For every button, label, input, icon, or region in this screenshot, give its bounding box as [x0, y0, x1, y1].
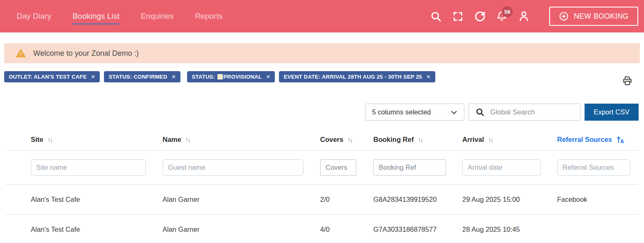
cell-site: Alan's Test Cafe — [6, 196, 163, 203]
column-label: Referral Sources — [557, 136, 612, 144]
sort-icon[interactable]: ↑↓ — [47, 136, 52, 143]
banner-message: Welcome to your Zonal Demo :) — [33, 49, 139, 58]
close-icon[interactable]: ✕ — [91, 74, 96, 80]
chevron-down-icon — [449, 108, 459, 117]
site-filter-input[interactable] — [31, 159, 146, 176]
welcome-banner: Welcome to your Zonal Demo :) — [4, 43, 640, 63]
notifications-icon[interactable]: 56 — [496, 10, 508, 22]
export-csv-button[interactable]: Export CSV — [585, 104, 639, 121]
main-menu: Day Diary Bookings List Enquiries Report… — [17, 12, 222, 21]
fullscreen-icon[interactable] — [452, 10, 464, 22]
column-header-booking-ref: Booking Ref ↑↓ — [373, 136, 462, 144]
new-booking-label: NEW BOOKING — [574, 12, 629, 21]
global-search-input[interactable] — [490, 108, 576, 117]
sort-icon[interactable]: ↑↓ — [185, 136, 190, 143]
bookings-table: Site ↑↓ Name ↑↓ Covers ↑↓ Booking Ref ↑↓… — [6, 129, 638, 243]
cell-arrival: 28 Aug 2025 10:45 — [462, 226, 557, 233]
arrival-date-filter-input[interactable] — [462, 159, 541, 176]
table-filter-row — [6, 151, 638, 185]
table-controls: 5 columns selected Export CSV — [0, 104, 639, 121]
column-label: Covers — [320, 136, 343, 144]
table-row[interactable]: Alan's Test Cafe Alan Garner 2/0 G8A2834… — [6, 185, 638, 215]
chip-label: STATUS:PROVISIONAL — [192, 74, 262, 80]
filter-chip-event-date[interactable]: EVENT DATE: ARRIVAL 28TH AUG 25 - 30TH S… — [279, 71, 435, 82]
close-icon[interactable]: ✕ — [171, 74, 176, 80]
column-label: Arrival — [462, 136, 484, 144]
global-search — [469, 104, 580, 121]
cell-booking-ref: G8A2834139919520 — [373, 196, 462, 203]
top-nav: Day Diary Bookings List Enquiries Report… — [0, 0, 644, 32]
table-row[interactable]: Alan's Test Cafe Alan Garner 4/0 G7A3033… — [6, 215, 638, 243]
filter-chips: OUTLET: ALAN'S TEST CAFE ✕ STATUS: CONFI… — [4, 71, 435, 82]
column-label: Booking Ref — [373, 136, 414, 144]
referral-sources-filter-input[interactable] — [557, 159, 630, 176]
column-header-arrival: Arrival ↑↓ — [462, 136, 557, 144]
search-icon[interactable] — [429, 10, 442, 22]
chip-label: EVENT DATE: ARRIVAL 28TH AUG 25 - 30TH S… — [284, 74, 422, 80]
close-icon[interactable]: ✕ — [426, 74, 431, 80]
filter-chip-status-provisional[interactable]: STATUS:PROVISIONAL ✕ — [187, 71, 275, 82]
column-header-referral-sources: Referral Sources — [557, 136, 638, 144]
nav-reports[interactable]: Reports — [195, 12, 223, 25]
guest-name-filter-input[interactable] — [163, 159, 303, 176]
sort-icon[interactable]: ↑↓ — [488, 136, 493, 143]
column-label: Name — [163, 136, 181, 144]
cell-arrival: 29 Aug 2025 15:00 — [462, 196, 557, 203]
nav-enquiries[interactable]: Enquiries — [141, 12, 173, 25]
nav-bookings-list[interactable]: Bookings List — [72, 12, 119, 25]
filter-chip-outlet[interactable]: OUTLET: ALAN'S TEST CAFE ✕ — [4, 71, 100, 82]
print-icon[interactable] — [622, 75, 633, 88]
close-icon[interactable]: ✕ — [266, 74, 271, 80]
column-header-name: Name ↑↓ — [163, 136, 320, 144]
columns-dropdown-value: 5 columns selected — [372, 108, 431, 116]
chip-label: STATUS: CONFIRMED — [109, 74, 167, 80]
filter-chip-status-confirmed[interactable]: STATUS: CONFIRMED ✕ — [104, 71, 180, 82]
cell-covers: 2/0 — [320, 196, 373, 203]
cell-site: Alan's Test Cafe — [6, 226, 163, 233]
column-label: Site — [31, 136, 43, 144]
covers-filter-input[interactable] — [320, 159, 356, 176]
sort-icon[interactable]: ↑↓ — [348, 136, 352, 143]
search-icon — [475, 107, 485, 117]
notification-badge: 56 — [502, 6, 513, 17]
nav-day-diary[interactable]: Day Diary — [17, 12, 51, 25]
chip-label: OUTLET: ALAN'S TEST CAFE — [9, 74, 87, 80]
cell-name: Alan Garner — [163, 196, 320, 203]
plus-circle-icon — [559, 11, 569, 21]
cell-referral-source: Facebook — [557, 196, 638, 203]
columns-dropdown[interactable]: 5 columns selected — [365, 104, 464, 121]
chip-label-suffix: PROVISIONAL — [223, 74, 262, 80]
new-booking-button[interactable]: NEW BOOKING — [549, 7, 638, 26]
booking-ref-filter-input[interactable] — [373, 159, 446, 176]
provisional-color-swatch — [217, 74, 223, 79]
cell-name: Alan Garner — [163, 226, 320, 233]
cell-covers: 4/0 — [320, 226, 373, 233]
nav-actions: 56 NEW BOOKING — [429, 7, 638, 26]
cell-booking-ref: G7A3033186878577 — [373, 226, 462, 233]
sort-icon[interactable]: ↑↓ — [418, 136, 422, 143]
warning-icon — [16, 49, 26, 58]
column-header-site: Site ↑↓ — [6, 136, 163, 144]
active-filters-row: OUTLET: ALAN'S TEST CAFE ✕ STATUS: CONFI… — [4, 71, 633, 88]
column-header-covers: Covers ↑↓ — [320, 136, 373, 144]
table-header-row: Site ↑↓ Name ↑↓ Covers ↑↓ Booking Ref ↑↓… — [6, 129, 638, 151]
sort-ascending-icon[interactable] — [616, 136, 624, 144]
chip-label-prefix: STATUS: — [192, 74, 215, 80]
refresh-icon[interactable] — [474, 10, 486, 22]
user-icon[interactable] — [518, 10, 530, 22]
